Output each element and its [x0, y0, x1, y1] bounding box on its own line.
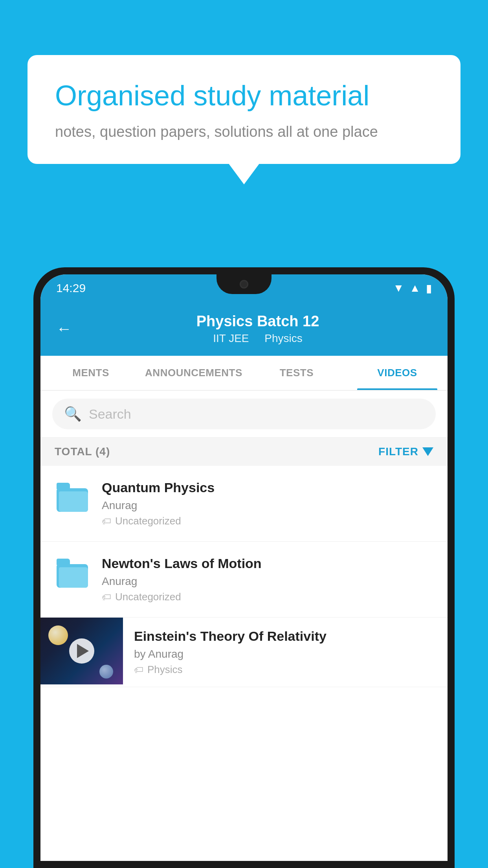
folder-thumb [55, 556, 90, 591]
video-tag: 🏷 Physics [134, 664, 437, 676]
search-icon: 🔍 [64, 406, 82, 422]
video-author: Anurag [102, 575, 433, 588]
video-author: Anurag [102, 499, 433, 512]
header-subtitle: IIT JEE Physics [84, 332, 432, 345]
bubble-subtitle: notes, question papers, solutions all at… [55, 123, 433, 140]
tag-label: Physics [147, 664, 183, 676]
video-item-info: Einstein's Theory Of Relativity by Anura… [123, 618, 448, 687]
header-title-section: Physics Batch 12 IIT JEE Physics [84, 313, 432, 345]
bubble-title: Organised study material [55, 79, 433, 112]
planet-decoration [48, 625, 68, 645]
tab-videos[interactable]: VIDEOS [347, 356, 448, 390]
status-bar: 14:29 ▼ ▲ ▮ [40, 274, 448, 302]
video-title: Einstein's Theory Of Relativity [134, 629, 437, 644]
phone-mockup: 14:29 ▼ ▲ ▮ ← Physics Batch 12 IIT JEE P… [33, 267, 455, 868]
tag-label: Uncategorized [115, 515, 181, 527]
header-title: Physics Batch 12 [84, 313, 432, 330]
video-tag: 🏷 Uncategorized [102, 515, 433, 527]
planet-decoration-2 [99, 665, 113, 679]
filter-icon [422, 447, 433, 456]
filter-bar: TOTAL (4) FILTER [40, 438, 448, 466]
play-icon [77, 644, 89, 658]
status-time: 14:29 [56, 281, 86, 295]
tab-tests[interactable]: TESTS [246, 356, 347, 390]
video-item-info: Newton's Laws of Motion Anurag 🏷 Uncateg… [102, 556, 433, 603]
speech-bubble-section: Organised study material notes, question… [28, 55, 460, 164]
tag-icon: 🏷 [102, 516, 111, 527]
video-item-info: Quantum Physics Anurag 🏷 Uncategorized [102, 480, 433, 527]
status-icons: ▼ ▲ ▮ [393, 282, 432, 295]
filter-button[interactable]: FILTER [378, 445, 433, 458]
video-title: Newton's Laws of Motion [102, 556, 433, 571]
folder-icon [57, 559, 88, 588]
battery-icon: ▮ [426, 282, 432, 295]
tab-bar: MENTS ANNOUNCEMENTS TESTS VIDEOS [40, 356, 448, 391]
search-bar-container: 🔍 Search [40, 391, 448, 438]
list-item[interactable]: Quantum Physics Anurag 🏷 Uncategorized [40, 466, 448, 542]
play-button[interactable] [69, 638, 94, 664]
tab-ments[interactable]: MENTS [40, 356, 141, 390]
video-list: Quantum Physics Anurag 🏷 Uncategorized [40, 466, 448, 687]
tab-announcements[interactable]: ANNOUNCEMENTS [141, 356, 246, 390]
list-item[interactable]: Einstein's Theory Of Relativity by Anura… [40, 618, 448, 687]
phone-screen: 14:29 ▼ ▲ ▮ ← Physics Batch 12 IIT JEE P… [40, 274, 448, 861]
wifi-icon: ▼ [393, 282, 404, 294]
folder-icon [57, 484, 88, 512]
filter-label: FILTER [378, 445, 418, 458]
folder-thumb [55, 480, 90, 515]
video-title: Quantum Physics [102, 480, 433, 495]
tag-icon: 🏷 [134, 664, 143, 675]
video-thumbnail [40, 618, 123, 684]
total-label: TOTAL (4) [55, 445, 110, 458]
header-subtitle-part1: IIT JEE [213, 332, 249, 344]
tag-label: Uncategorized [115, 591, 181, 603]
tag-icon: 🏷 [102, 592, 111, 603]
header-subtitle-part2: Physics [264, 332, 302, 344]
back-button[interactable]: ← [56, 320, 72, 338]
app-header: ← Physics Batch 12 IIT JEE Physics [40, 302, 448, 356]
speech-bubble: Organised study material notes, question… [28, 55, 460, 164]
phone-notch [216, 274, 272, 294]
video-author: by Anurag [134, 648, 437, 660]
camera [240, 280, 248, 289]
search-bar[interactable]: 🔍 Search [52, 399, 436, 429]
list-item[interactable]: Newton's Laws of Motion Anurag 🏷 Uncateg… [40, 542, 448, 618]
video-tag: 🏷 Uncategorized [102, 591, 433, 603]
search-placeholder: Search [89, 406, 131, 422]
signal-icon: ▲ [409, 282, 420, 294]
